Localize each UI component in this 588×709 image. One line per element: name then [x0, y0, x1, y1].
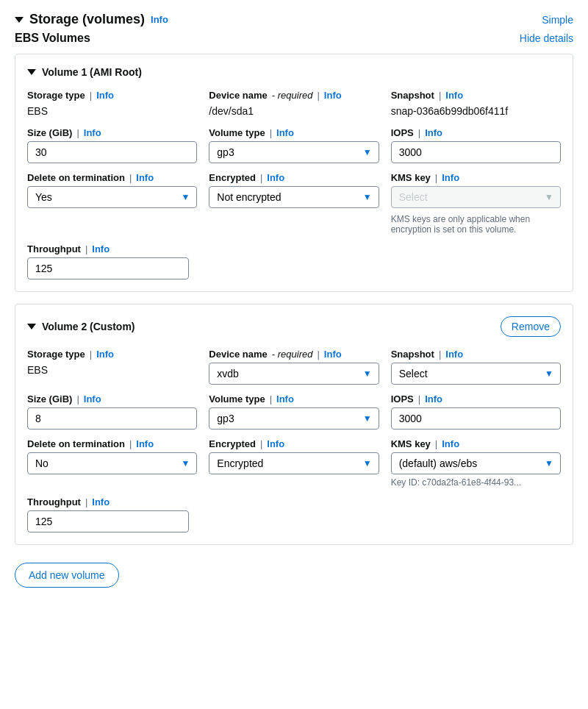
volume2-iops-field: IOPS | Info: [391, 393, 561, 430]
volume1-snapshot-value: snap-036a6b99db06f411f: [391, 104, 561, 118]
volume2-delete-select[interactable]: No Yes: [27, 452, 197, 474]
volume1-encrypted-info[interactable]: Info: [267, 172, 284, 183]
section-title-text: Storage (volumes): [29, 12, 145, 27]
volume2-fields-row1: Storage type | Info EBS Device name - re…: [27, 349, 561, 385]
volume2-delete-info[interactable]: Info: [136, 438, 154, 449]
volume2-device-name-select[interactable]: xvdb xvdc xvdd: [209, 363, 379, 385]
volume1-volume-type-info[interactable]: Info: [276, 127, 294, 138]
section-info-link[interactable]: Info: [151, 14, 168, 25]
volume2-throughput-label: Throughput | Info: [27, 496, 189, 507]
add-new-volume-button[interactable]: Add new volume: [15, 563, 119, 588]
volume1-kms-note: KMS keys are only applicable when encryp…: [391, 214, 561, 235]
volume1-delete-label: Delete on termination | Info: [27, 172, 197, 183]
volume2-device-name-label: Device name - required | Info: [209, 349, 379, 360]
volume1-delete-info[interactable]: Info: [136, 172, 154, 183]
volume2-size-info[interactable]: Info: [84, 393, 101, 405]
ebs-row: EBS Volumes Hide details: [15, 32, 573, 45]
volume1-throughput-row: Throughput | Info: [27, 243, 189, 279]
volume2-throughput-input[interactable]: [27, 510, 189, 532]
volume1-encrypted-wrapper: Not encrypted Encrypted ▼: [209, 186, 379, 208]
volume1-volume-type-field: Volume type | Info gp3 gp2 io1 io2 st1 s…: [209, 127, 379, 163]
volume2-storage-info[interactable]: Info: [96, 349, 114, 360]
collapse-icon[interactable]: [15, 17, 24, 23]
volume2-snapshot-info[interactable]: Info: [445, 349, 463, 360]
volume2-snapshot-select[interactable]: Select: [391, 363, 561, 385]
ebs-title: EBS Volumes: [15, 32, 90, 45]
volume2-encrypted-wrapper: Encrypted Not encrypted ▼: [209, 452, 379, 474]
volume2-device-name-field: Device name - required | Info xvdb xvdc …: [209, 349, 379, 385]
simple-link[interactable]: Simple: [542, 14, 573, 26]
volume1-kms-wrapper: Select ▼: [391, 186, 561, 208]
volume2-encrypted-select[interactable]: Encrypted Not encrypted: [209, 452, 379, 474]
volume1-fields-row1: Storage type | Info EBS Device name - re…: [27, 90, 561, 118]
volume1-encrypted-label: Encrypted | Info: [209, 172, 379, 183]
volume1-volume-type-label: Volume type | Info: [209, 127, 379, 138]
volume1-delete-field: Delete on termination | Info Yes No ▼: [27, 172, 197, 235]
volume2-snapshot-wrapper: Select ▼: [391, 363, 561, 385]
volume1-volume-type-select[interactable]: gp3 gp2 io1 io2 st1 sc1: [209, 141, 379, 163]
volume1-encrypted-select[interactable]: Not encrypted Encrypted: [209, 186, 379, 208]
volume1-storage-info[interactable]: Info: [96, 90, 114, 101]
volume1-device-name-value: /dev/sda1: [209, 104, 379, 118]
volume2-kms-field: KMS key | Info (default) aws/ebs ▼ Key I…: [391, 438, 561, 488]
volume2-size-input[interactable]: [27, 407, 197, 430]
volume1-volume-type-wrapper: gp3 gp2 io1 io2 st1 sc1 ▼: [209, 141, 379, 163]
volume1-throughput-info[interactable]: Info: [92, 243, 110, 254]
volume2-collapse-icon[interactable]: [27, 324, 36, 329]
volume1-size-info[interactable]: Info: [84, 127, 101, 138]
volume2-throughput-row: Throughput | Info: [27, 496, 189, 532]
volume1-size-label: Size (GiB) | Info: [27, 127, 197, 138]
volume1-iops-label: IOPS | Info: [391, 127, 561, 138]
volume1-title: Volume 1 (AMI Root): [27, 66, 142, 78]
volume2-kms-select[interactable]: (default) aws/ebs: [391, 452, 561, 474]
volume1-snapshot-info[interactable]: Info: [445, 90, 463, 101]
volume2-device-info[interactable]: Info: [324, 349, 342, 360]
volume2-title-text: Volume 2 (Custom): [42, 321, 135, 332]
volume1-kms-info[interactable]: Info: [442, 172, 459, 183]
volume1-device-name-field: Device name - required | Info /dev/sda1: [209, 90, 379, 118]
volume1-delete-select[interactable]: Yes No: [27, 186, 197, 208]
volume2-throughput-info[interactable]: Info: [92, 496, 110, 507]
volume2-iops-info[interactable]: Info: [425, 393, 442, 405]
volume1-device-name-label: Device name - required | Info: [209, 90, 379, 101]
volume2-title: Volume 2 (Custom): [27, 321, 135, 332]
volume2-volume-type-info[interactable]: Info: [276, 393, 294, 405]
volume2-volume-type-field: Volume type | Info gp3 gp2 io1 ▼: [209, 393, 379, 430]
volume2-encrypted-label: Encrypted | Info: [209, 438, 379, 449]
volume1-iops-input[interactable]: [391, 141, 561, 163]
volume1-collapse-icon[interactable]: [27, 69, 36, 75]
volume2-header: Volume 2 (Custom) Remove: [27, 316, 561, 337]
volume2-kms-sub: Key ID: c70da2fa-61e8-4f44-93...: [391, 477, 561, 488]
volume1-kms-select: Select: [391, 186, 561, 208]
volume1-iops-field: IOPS | Info: [391, 127, 561, 163]
volume2-delete-field: Delete on termination | Info No Yes ▼: [27, 438, 197, 488]
volume2-encrypted-info[interactable]: Info: [267, 438, 284, 449]
volume2-size-label: Size (GiB) | Info: [27, 393, 197, 405]
volume1-device-info[interactable]: Info: [324, 90, 342, 101]
volume2-iops-input[interactable]: [391, 407, 561, 430]
volume2-remove-button[interactable]: Remove: [501, 316, 561, 337]
volume2-volume-type-select[interactable]: gp3 gp2 io1: [209, 407, 379, 430]
volume1-kms-label: KMS key | Info: [391, 172, 561, 183]
volume2-encrypted-field: Encrypted | Info Encrypted Not encrypted…: [209, 438, 379, 488]
volume1-encrypted-field: Encrypted | Info Not encrypted Encrypted…: [209, 172, 379, 235]
volume2-iops-label: IOPS | Info: [391, 393, 561, 405]
volume2-section: Volume 2 (Custom) Remove Storage type | …: [15, 304, 573, 545]
volume1-title-text: Volume 1 (AMI Root): [42, 66, 142, 78]
section-title: Storage (volumes) Info: [15, 12, 168, 27]
volume2-size-field: Size (GiB) | Info: [27, 393, 197, 430]
volume1-throughput-input[interactable]: [27, 257, 189, 279]
volume1-fields-row2: Size (GiB) | Info Volume type | Info gp3…: [27, 127, 561, 163]
volume2-volume-type-wrapper: gp3 gp2 io1 ▼: [209, 407, 379, 430]
volume1-size-input[interactable]: [27, 141, 197, 163]
volume1-iops-info[interactable]: Info: [425, 127, 442, 138]
volume1-storage-type-field: Storage type | Info EBS: [27, 90, 197, 118]
volume1-snapshot-label: Snapshot | Info: [391, 90, 561, 101]
hide-details-link[interactable]: Hide details: [520, 32, 573, 44]
volume2-kms-info[interactable]: Info: [442, 438, 459, 449]
volume2-kms-wrapper: (default) aws/ebs ▼: [391, 452, 561, 474]
volume1-fields-row3: Delete on termination | Info Yes No ▼ En…: [27, 172, 561, 235]
volume1-throughput-label: Throughput | Info: [27, 243, 189, 254]
volume2-storage-type-label: Storage type | Info: [27, 349, 197, 360]
volume2-storage-type-value: EBS: [27, 363, 197, 377]
